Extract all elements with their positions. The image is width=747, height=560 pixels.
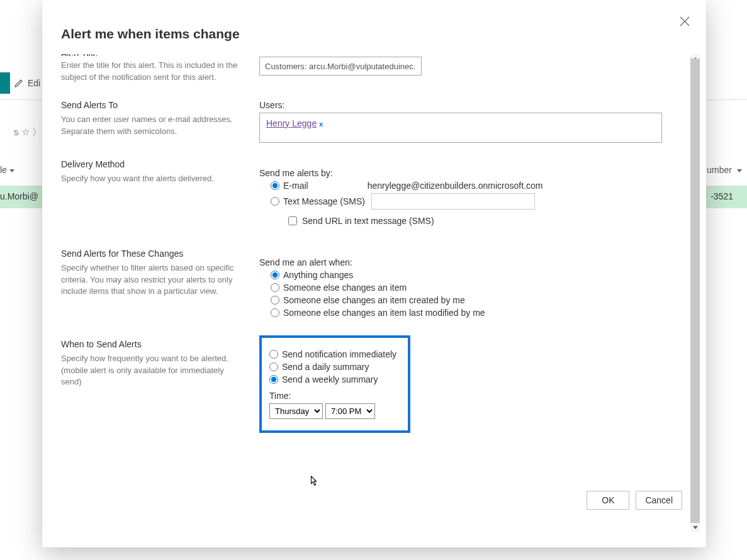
bg-column-right: umber	[707, 165, 742, 175]
delivery-sms-row: Text Message (SMS)	[271, 193, 691, 210]
delivery-legend: Send me alerts by:	[259, 168, 691, 178]
bg-accent-strip	[0, 72, 10, 94]
delivery-sms-url-label: Send URL in text message (SMS)	[302, 216, 434, 226]
change-opt-2-radio[interactable]	[271, 296, 279, 305]
send-to-heading: Send Alerts To	[61, 100, 242, 110]
pencil-icon	[14, 78, 24, 88]
users-input[interactable]: Henry Leggex	[259, 113, 662, 143]
alert-dialog: Alert me when items change Alert Title E…	[42, 0, 706, 547]
when-opt-2-label: Send a weekly summary	[282, 374, 378, 384]
bg-row-cell-right: -3521	[710, 191, 733, 201]
changes-legend: Send me an alert when:	[259, 257, 691, 267]
when-opt-0-radio[interactable]	[269, 350, 278, 359]
delivery-desc: Specify how you want the alerts delivere…	[61, 173, 242, 185]
alert-title-input[interactable]	[259, 57, 422, 76]
users-label: Users:	[259, 100, 691, 110]
bg-row-cell-left: u.Morbi@	[0, 191, 38, 201]
when-desc: Specify how frequently you want to be al…	[61, 353, 242, 389]
close-button[interactable]	[678, 15, 691, 30]
changes-desc: Specify whether to filter alerts based o…	[61, 262, 242, 298]
delivery-heading: Delivery Method	[61, 159, 242, 169]
section-change-type: Send Alerts for These Changes Specify wh…	[61, 249, 691, 320]
change-opt-1-label: Someone else changes an item	[283, 283, 407, 293]
chevron-down-icon	[734, 165, 742, 175]
chevron-down-icon	[7, 165, 14, 175]
dialog-footer: OK Cancel	[587, 491, 682, 510]
bg-column-left: le	[0, 165, 14, 175]
remove-user-button[interactable]: x	[319, 120, 323, 128]
bg-edit-label: Edi	[28, 78, 40, 88]
delivery-sms-url-row: Send URL in text message (SMS)	[288, 216, 691, 226]
when-highlight-box: Send notification immediately Send a dai…	[259, 335, 410, 433]
send-to-desc: You can enter user names or e-mail addre…	[61, 114, 242, 138]
dialog-body: Alert Title Enter the title for this ale…	[61, 54, 691, 532]
changes-heading: Send Alerts for These Changes	[61, 249, 242, 259]
alert-title-heading: Alert Title	[61, 54, 242, 56]
when-opt-0-label: Send notification immediately	[282, 349, 396, 359]
delivery-sms-label: Text Message (SMS)	[283, 196, 365, 206]
when-opt-1-radio[interactable]	[269, 362, 278, 371]
change-opt-0-radio[interactable]	[271, 271, 279, 279]
bg-edit-button[interactable]: Edi	[14, 78, 40, 88]
section-when-to-send: When to Send Alerts Specify how frequent…	[61, 339, 691, 433]
delivery-email-row: E-mail henrylegge@citizenbuilders.onmicr…	[271, 181, 691, 191]
change-opt-3-label: Someone else changes an item last modifi…	[283, 308, 485, 318]
scrollbar-thumb[interactable]	[690, 59, 700, 524]
scrollbar-down-button[interactable]	[690, 523, 700, 532]
time-day-select[interactable]: Thursday	[269, 403, 323, 419]
change-opt-0-label: Anything changes	[283, 270, 353, 280]
delivery-email-label: E-mail	[283, 181, 308, 191]
change-opt-1-radio[interactable]	[271, 283, 279, 292]
delivery-email-value: henrylegge@citizenbuilders.onmicrosoft.c…	[368, 181, 543, 191]
delivery-sms-input[interactable]	[371, 193, 535, 210]
when-heading: When to Send Alerts	[61, 339, 242, 349]
change-opt-2-label: Someone else changes an item created by …	[283, 295, 465, 305]
when-opt-2-radio[interactable]	[269, 375, 278, 384]
user-chip[interactable]: Henry Legge	[266, 118, 317, 128]
section-delivery-method: Delivery Method Specify how you want the…	[61, 159, 691, 226]
bg-breadcrumb: s ☆ 〉	[14, 126, 42, 138]
delivery-sms-url-checkbox[interactable]	[288, 216, 297, 225]
delivery-email-radio[interactable]	[271, 181, 279, 190]
cancel-button[interactable]: Cancel	[636, 491, 682, 510]
section-alert-title: Alert Title Enter the title for this ale…	[61, 54, 691, 84]
alert-title-desc: Enter the title for this alert. This is …	[61, 60, 242, 84]
ok-button[interactable]: OK	[587, 491, 629, 510]
section-send-alerts-to: Send Alerts To You can enter user names …	[61, 100, 691, 143]
close-icon	[678, 15, 691, 28]
time-hour-select[interactable]: 7:00 PM	[325, 403, 375, 419]
time-label: Time:	[269, 391, 400, 401]
dialog-title: Alert me when items change	[61, 26, 240, 42]
delivery-sms-radio[interactable]	[271, 197, 279, 206]
when-opt-1-label: Send a daily summary	[282, 362, 369, 372]
change-opt-3-radio[interactable]	[271, 308, 279, 317]
